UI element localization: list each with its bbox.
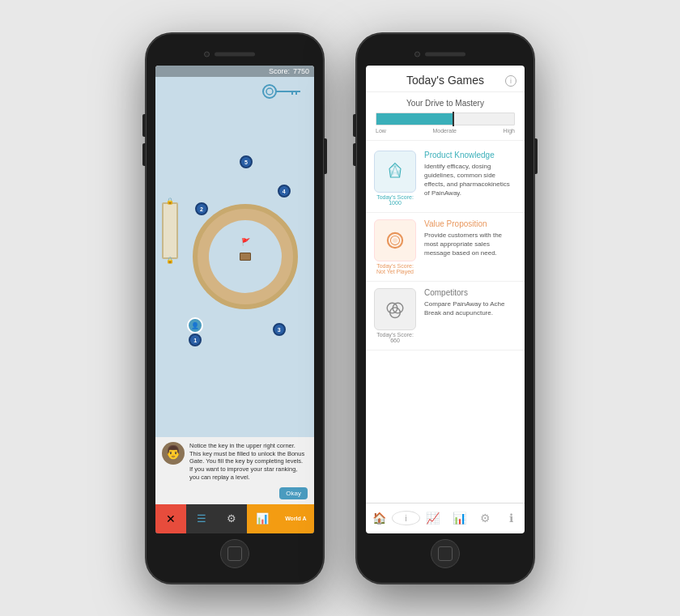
tab-info2[interactable]: ℹ bbox=[499, 503, 525, 533]
okay-button[interactable]: Okay bbox=[279, 487, 308, 499]
card-score-value-proposition: Today's Score: Not Yet Played bbox=[376, 263, 414, 274]
game-card-competitors[interactable]: Today's Score: 660 Competitors Compare P… bbox=[366, 282, 525, 350]
phone-1-speaker bbox=[215, 52, 255, 56]
nav-close-button[interactable]: ✕ bbox=[155, 504, 186, 533]
tab-bar[interactable]: 📊 bbox=[446, 503, 472, 533]
tutorial-avatar: 👨 bbox=[162, 442, 185, 465]
card-desc-product-knowledge: Identify efficacy, dosing guidelines, co… bbox=[424, 162, 516, 198]
card-icon-competitors bbox=[374, 288, 416, 330]
phone-1: Score: 7750 bbox=[146, 33, 324, 584]
mastery-labels: Low Moderate High bbox=[376, 128, 515, 134]
card-content-competitors: Competitors Compare PainAway to Ache Bre… bbox=[424, 288, 516, 317]
card-icon-product-knowledge bbox=[374, 151, 416, 193]
card-score-product-knowledge: Today's Score: 1000 bbox=[376, 194, 414, 206]
card-name-competitors: Competitors bbox=[424, 288, 516, 297]
phone-2-top-bar bbox=[366, 43, 525, 66]
score-bar: Score: 7750 bbox=[155, 66, 314, 77]
mastery-bar-container bbox=[376, 113, 515, 125]
circles-icon bbox=[384, 298, 406, 321]
mastery-high: High bbox=[504, 128, 515, 134]
game-cards: Today's Score: 1000 Product Knowledge Id… bbox=[366, 141, 525, 503]
token-5: 5 bbox=[240, 155, 253, 168]
phone-2-speaker bbox=[425, 52, 465, 56]
ring-icon bbox=[384, 229, 406, 252]
key-icon bbox=[261, 83, 306, 100]
phone-2-home-button[interactable] bbox=[431, 539, 460, 568]
phone-1-top-bar bbox=[155, 43, 314, 66]
mastery-title: Your Drive to Mastery bbox=[376, 99, 515, 108]
games-title: Today's Games bbox=[372, 74, 518, 87]
tab-info[interactable]: i bbox=[392, 511, 419, 525]
phone-2-bottom-bar bbox=[366, 533, 525, 574]
gem-icon bbox=[384, 160, 406, 183]
phone-2-screen: Today's Games i Your Drive to Mastery Lo… bbox=[366, 66, 525, 533]
nav-world-button[interactable]: World A bbox=[278, 504, 314, 533]
tutorial-text: Notice the key in the upper right corner… bbox=[189, 442, 308, 499]
mastery-bar-fill bbox=[376, 113, 453, 125]
header-info-icon[interactable]: i bbox=[505, 75, 516, 87]
tab-settings[interactable]: ⚙ bbox=[472, 503, 498, 533]
mastery-marker bbox=[453, 112, 454, 126]
phone-1-home-button[interactable] bbox=[220, 539, 249, 568]
score-label: Score: bbox=[269, 67, 290, 75]
treasure-chest bbox=[240, 253, 251, 261]
game-nav: ✕ ☰ ⚙ 📊 World A bbox=[155, 504, 314, 533]
games-screen: Today's Games i Your Drive to Mastery Lo… bbox=[366, 66, 525, 533]
svg-point-0 bbox=[263, 85, 276, 98]
card-name-product-knowledge: Product Knowledge bbox=[424, 151, 516, 159]
games-header: Today's Games i bbox=[366, 66, 525, 92]
nav-settings-button[interactable]: ⚙ bbox=[216, 504, 247, 533]
phone-1-screen: Score: 7750 bbox=[155, 66, 314, 533]
card-score-competitors: Today's Score: 660 bbox=[376, 332, 414, 343]
svg-point-1 bbox=[266, 88, 273, 95]
games-tabs: 🏠 i 📈 📊 ⚙ ℹ bbox=[366, 503, 525, 533]
phones-container: Score: 7750 bbox=[146, 33, 534, 584]
card-content-product-knowledge: Product Knowledge Identify efficacy, dos… bbox=[424, 151, 516, 198]
score-value: 7750 bbox=[293, 67, 309, 75]
tutorial-box: 👨 Notice the key in the upper right corn… bbox=[155, 437, 314, 504]
mastery-low: Low bbox=[376, 128, 386, 134]
nav-list-button[interactable]: ☰ bbox=[186, 504, 217, 533]
phone-2-camera bbox=[414, 51, 420, 57]
token-2: 2 bbox=[195, 202, 208, 215]
home-button-inner bbox=[227, 546, 242, 561]
card-desc-value-proposition: Provide customers with the most appropri… bbox=[424, 231, 516, 258]
nav-stats-button[interactable]: 📊 bbox=[247, 504, 278, 533]
token-4: 4 bbox=[278, 185, 291, 198]
card-content-value-proposition: Value Proposition Provide customers with… bbox=[424, 219, 516, 258]
game-play-area: 🔒 🔒 🚩 5 4 3 2 bbox=[155, 77, 314, 437]
phone-1-bottom-bar bbox=[155, 533, 314, 574]
card-name-value-proposition: Value Proposition bbox=[424, 219, 516, 228]
card-desc-competitors: Compare PainAway to Ache Break and acupu… bbox=[424, 300, 516, 317]
flag: 🚩 bbox=[241, 238, 250, 246]
track-circle: 🚩 bbox=[193, 204, 298, 309]
corridor-left: 🔒 🔒 bbox=[162, 202, 178, 259]
game-card-value-proposition[interactable]: Today's Score: Not Yet Played Value Prop… bbox=[366, 213, 525, 282]
tab-chart[interactable]: 📈 bbox=[420, 503, 446, 533]
token-1: 1 bbox=[189, 333, 202, 346]
token-3: 3 bbox=[273, 323, 286, 336]
tab-home[interactable]: 🏠 bbox=[366, 503, 392, 533]
player-location: 👤 1 bbox=[187, 317, 203, 346]
game-card-product-knowledge[interactable]: Today's Score: 1000 Product Knowledge Id… bbox=[366, 144, 525, 213]
home-button-inner-2 bbox=[438, 546, 453, 561]
phone-2: Today's Games i Your Drive to Mastery Lo… bbox=[356, 33, 534, 584]
phone-1-camera bbox=[204, 51, 210, 57]
game-screen: Score: 7750 bbox=[155, 66, 314, 533]
mastery-moderate: Moderate bbox=[432, 128, 457, 134]
card-icon-value-proposition bbox=[374, 219, 416, 261]
mastery-section: Your Drive to Mastery Low Moderate High bbox=[366, 92, 525, 141]
svg-point-12 bbox=[393, 238, 397, 243]
